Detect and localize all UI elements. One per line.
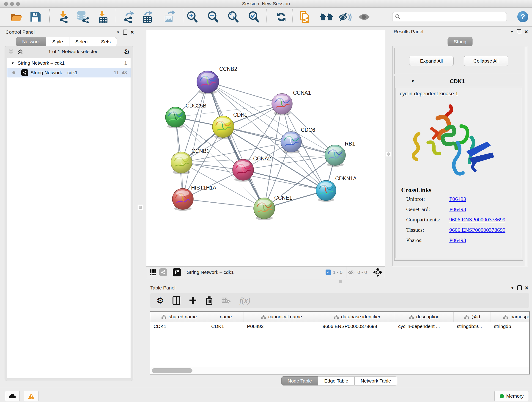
tab-network[interactable]: Network — [16, 37, 46, 46]
cloud-status-button[interactable] — [5, 391, 20, 401]
cell[interactable]: stringdb — [491, 324, 530, 329]
detach-view-icon[interactable] — [173, 268, 181, 276]
float-panel-icon[interactable] — [123, 30, 127, 35]
network-node-HIST1H1A[interactable]: HIST1H1A — [172, 185, 216, 211]
collapse-all-button[interactable]: Collapse All — [464, 56, 508, 66]
show-columns-icon[interactable] — [172, 296, 180, 305]
selected-checkbox-icon[interactable]: ✓ — [326, 269, 331, 275]
collection-disclosure-icon[interactable]: ▼ — [11, 61, 14, 65]
export-image-icon[interactable] — [162, 11, 176, 23]
scrollbar-thumb[interactable] — [152, 368, 192, 373]
hide-unhide-icon[interactable] — [338, 11, 352, 23]
network-row-selected[interactable]: String Network – cdk1 11 48 — [7, 68, 131, 77]
network-node-CCNA1[interactable]: CCNA1 — [272, 90, 311, 115]
collapse-panel-icon[interactable]: ▼ — [116, 30, 120, 34]
network-edge[interactable] — [183, 199, 264, 208]
export-network-icon[interactable] — [122, 11, 135, 23]
zoom-out-icon[interactable] — [207, 11, 219, 23]
refresh-icon[interactable] — [275, 11, 287, 23]
grid-view-icon[interactable] — [150, 269, 157, 276]
cell[interactable]: P06493 — [244, 324, 319, 329]
add-column-icon[interactable] — [189, 297, 197, 304]
column-header-@id[interactable]: @id — [454, 312, 491, 322]
warnings-button[interactable] — [24, 391, 38, 401]
home-networks-icon[interactable] — [319, 11, 334, 23]
cell[interactable]: 9606.ENSP00000378699 — [319, 324, 395, 329]
tab-node-table[interactable]: Node Table — [281, 376, 318, 385]
crosslink-link[interactable]: P06493 — [449, 196, 466, 202]
collapse-panel-icon[interactable]: ▼ — [510, 30, 514, 34]
show-graphics-eye-icon[interactable] — [358, 12, 371, 22]
import-network-file-icon[interactable] — [57, 11, 70, 23]
protein-disclosure-icon[interactable]: ▼ — [411, 79, 415, 83]
cell[interactable]: CDK1 — [150, 324, 208, 329]
cell[interactable]: cyclin-dependent ... — [395, 324, 454, 329]
close-panel-icon[interactable]: × — [131, 30, 134, 34]
table-settings-gear-icon[interactable]: ⚙ — [157, 296, 164, 305]
zoom-in-icon[interactable] — [186, 11, 198, 23]
network-view-canvas[interactable]: CCNB2CCNA1CDC25BCDK1CDC6RB1CCNB1CCNA2CDK… — [146, 30, 385, 267]
close-panel-icon[interactable]: × — [525, 29, 528, 34]
tab-select[interactable]: Select — [69, 37, 95, 46]
zoom-fit-icon[interactable] — [227, 11, 239, 23]
delete-column-icon[interactable] — [206, 296, 213, 305]
tab-style[interactable]: Style — [46, 37, 69, 46]
expand-all-networks-icon[interactable] — [17, 49, 23, 55]
copy-network-icon[interactable] — [298, 10, 310, 24]
help-button[interactable]: ? — [517, 11, 528, 22]
network-node-CDKN1A[interactable]: CDKN1A — [316, 176, 357, 202]
network-node-count: 11 — [114, 70, 119, 75]
network-node-CDK1[interactable]: CDK1 — [212, 112, 247, 139]
column-header-description[interactable]: description — [395, 312, 454, 322]
import-network-database-icon[interactable] — [76, 11, 89, 23]
import-table-file-icon[interactable] — [96, 11, 108, 23]
string-network-graph[interactable]: CCNB2CCNA1CDC25BCDK1CDC6RB1CCNB1CCNA2CDK… — [146, 30, 385, 267]
birds-eye-view-icon[interactable] — [373, 268, 382, 277]
open-session-icon[interactable] — [10, 12, 22, 22]
crosslink-link[interactable]: 9606.ENSP00000378699 — [449, 217, 505, 223]
network-node-RB1[interactable]: RB1 — [325, 141, 355, 167]
close-panel-icon[interactable]: × — [525, 286, 528, 290]
network-edge[interactable] — [208, 82, 282, 104]
collapse-all-networks-icon[interactable] — [8, 49, 14, 55]
cell[interactable]: CDK1 — [208, 324, 244, 329]
crosslink-link[interactable]: 9606.ENSP00000378699 — [449, 227, 505, 233]
network-overview-icon[interactable] — [159, 268, 167, 276]
expand-all-button[interactable]: Expand All — [409, 56, 454, 66]
column-header-canonical-name[interactable]: canonical name — [244, 312, 319, 322]
collapse-panel-icon[interactable]: ▼ — [511, 286, 514, 290]
table-row[interactable]: CDK1CDK1P064939606.ENSP00000378699cyclin… — [150, 322, 529, 331]
network-node-CDC25B[interactable]: CDC25B — [165, 103, 206, 128]
network-options-gear-icon[interactable]: ⚙ — [124, 48, 130, 56]
table-horizontal-scrollbar[interactable] — [150, 367, 529, 374]
title-bar: Session: New Session — [0, 0, 532, 7]
column-header-namespace[interactable]: namespace — [491, 312, 530, 322]
network-collection-row[interactable]: ▼ String Network – cdk1 1 — [7, 58, 131, 68]
cell[interactable]: stringdb:9... — [454, 324, 491, 329]
bottom-splitter-handle[interactable] — [339, 280, 342, 283]
float-panel-icon[interactable] — [517, 285, 522, 290]
results-scrollbar[interactable] — [525, 46, 527, 266]
zoom-selected-icon[interactable] — [247, 11, 260, 23]
search-input-field[interactable] — [401, 14, 507, 20]
network-edge[interactable] — [183, 82, 208, 199]
left-splitter-handle[interactable] — [138, 205, 143, 210]
save-session-icon[interactable] — [30, 12, 41, 22]
crosslink-link[interactable]: P06493 — [449, 237, 466, 243]
network-node-CDC6[interactable]: CDC6 — [281, 127, 315, 153]
network-edge[interactable] — [223, 127, 335, 155]
export-table-icon[interactable] — [141, 11, 153, 23]
tab-network-table[interactable]: Network Table — [355, 376, 397, 385]
crosslinks-section: CrossLinks Uniprot:P06493GeneCard:P06493… — [396, 183, 522, 243]
column-header-database-identifier[interactable]: database identifier — [319, 312, 395, 322]
memory-button[interactable]: Memory — [494, 391, 529, 401]
tab-edge-table[interactable]: Edge Table — [318, 376, 355, 385]
crosslink-link[interactable]: P06493 — [449, 206, 466, 212]
tab-string[interactable]: String — [448, 37, 473, 46]
column-header-shared-name[interactable]: shared name — [150, 312, 208, 322]
float-panel-icon[interactable] — [517, 29, 521, 34]
protein-structure-image[interactable] — [407, 101, 498, 183]
tab-sets[interactable]: Sets — [95, 37, 117, 46]
column-header-name[interactable]: name — [208, 312, 244, 322]
search-input[interactable] — [392, 12, 507, 21]
